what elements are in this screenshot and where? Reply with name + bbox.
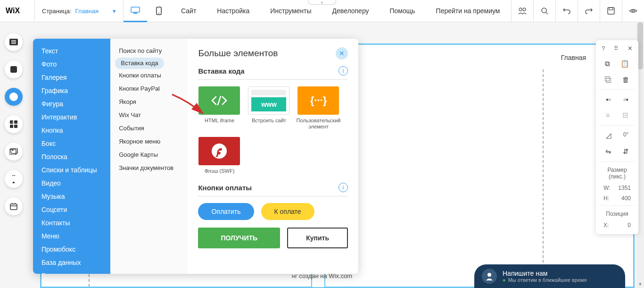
subcategory-item[interactable]: Кнопки PayPal <box>110 82 188 95</box>
paste-icon[interactable]: 📋 <box>620 59 629 68</box>
nav-help[interactable]: Помощь <box>380 0 426 22</box>
blog-rail-icon[interactable] <box>5 170 23 188</box>
size-label: Размер (пикс.) <box>600 164 635 183</box>
apps-rail-icon[interactable]: + <box>5 115 23 133</box>
menu-rail-icon[interactable] <box>5 33 23 51</box>
chat-widget[interactable]: Напишите нам Мы ответим в ближайшее врем… <box>474 264 625 288</box>
mobile-icon[interactable] <box>147 0 171 22</box>
copy-icon[interactable]: ⧉ <box>605 59 610 68</box>
category-item[interactable]: Кнопка <box>33 124 110 137</box>
category-item[interactable]: Фото <box>33 58 110 71</box>
category-item[interactable]: Видео <box>33 177 110 190</box>
category-item[interactable]: Контакты <box>33 216 110 229</box>
top-handle[interactable] <box>308 0 336 5</box>
category-item[interactable]: Промобокс <box>33 243 110 256</box>
nav-premium[interactable]: Перейти на премиум <box>426 0 511 22</box>
tile-html-iframe[interactable]: HTML iframe <box>198 86 240 130</box>
category-item[interactable]: Графика <box>33 84 110 97</box>
category-item[interactable]: Интерактив <box>33 110 110 124</box>
bring-forward-icon[interactable]: ▪▫ <box>606 95 611 103</box>
left-rail: + <box>5 33 23 215</box>
subcategory-item[interactable]: Якорное меню <box>110 135 188 148</box>
subcategory-item[interactable]: Google Карты <box>110 148 188 161</box>
add-panel: ТекстФотоГалереяГрафикаФигураИнтерактивК… <box>33 39 358 274</box>
category-item[interactable]: Бокс <box>33 137 110 150</box>
desktop-icon[interactable] <box>124 0 147 22</box>
category-item[interactable]: Музыка <box>33 190 110 203</box>
subcategory-item[interactable]: Поиск по сайту <box>110 44 188 58</box>
tile-embed-site[interactable]: www Встроить сайт <box>248 86 290 130</box>
nav-site[interactable]: Сайт <box>171 0 206 22</box>
subcategory-item[interactable]: Кнопки оплаты <box>110 69 188 82</box>
subcategory-item[interactable]: События <box>110 122 188 135</box>
info-icon[interactable]: i <box>339 66 348 76</box>
subcategory-item[interactable]: Значки документов <box>110 161 188 175</box>
wix-logo[interactable]: WiX <box>0 0 35 22</box>
subcategory-column: Поиск по сайтуВставка кодаКнопки оплатыК… <box>110 39 188 274</box>
svg-rect-1 <box>131 7 140 12</box>
guide-right <box>543 69 544 287</box>
save-icon[interactable] <box>600 0 622 22</box>
height-value[interactable]: 400 <box>621 195 631 202</box>
send-backward-icon[interactable]: ▫▪ <box>623 95 628 103</box>
category-item[interactable]: Соцсети <box>33 203 110 216</box>
add-rail-icon[interactable] <box>5 88 23 106</box>
category-item[interactable]: Галерея <box>33 71 110 84</box>
category-item[interactable]: База данных <box>33 256 110 269</box>
scroll-down-icon[interactable]: ▼ <box>636 280 644 288</box>
svg-point-7 <box>542 8 546 13</box>
pay-button-white[interactable]: Купить <box>287 228 348 248</box>
site-nav-home[interactable]: Главная <box>561 54 586 61</box>
category-item[interactable]: Списки и таблицы <box>33 163 110 177</box>
panel-title: Больше элементов <box>198 48 278 59</box>
category-item[interactable]: Текст <box>33 44 110 58</box>
page-selector[interactable]: Страница: Главная ▾ <box>35 0 124 22</box>
bookings-rail-icon[interactable] <box>5 197 23 215</box>
pay-button-green[interactable]: ПОЛУЧИТЬ <box>198 228 280 248</box>
undo-icon[interactable] <box>555 0 578 22</box>
category-item[interactable]: Блог <box>33 269 110 274</box>
info-icon[interactable]: i <box>339 183 348 192</box>
align-left-icon[interactable]: ≡ <box>606 111 610 119</box>
svg-rect-9 <box>608 8 614 14</box>
svg-rect-16 <box>10 66 17 73</box>
close-icon[interactable]: ✕ <box>336 47 348 59</box>
close-icon[interactable]: ✕ <box>627 45 633 52</box>
page-label: Страница: <box>42 8 72 15</box>
category-item[interactable]: Меню <box>33 229 110 243</box>
subcategory-item[interactable]: Wix Чат <box>110 109 188 122</box>
align-center-icon[interactable]: ⊟ <box>622 111 628 119</box>
flip-v-icon[interactable]: ⇵ <box>623 147 629 156</box>
category-item[interactable]: Полоска <box>33 150 110 163</box>
background-rail-icon[interactable] <box>5 60 23 78</box>
subcategory-item[interactable]: Вставка кода <box>115 58 164 69</box>
svg-point-5 <box>519 8 522 11</box>
x-value[interactable]: 0 <box>627 222 631 229</box>
rotate-icon[interactable]: ◿ <box>606 131 611 140</box>
duplicate-icon[interactable]: ⿻ <box>605 76 612 84</box>
pay-button-yellow[interactable]: К оплате <box>261 203 314 220</box>
category-item[interactable]: Фигура <box>33 97 110 110</box>
pay-button-blue[interactable]: Оплатить <box>198 203 254 220</box>
width-value[interactable]: 1351 <box>618 185 631 191</box>
flip-h-icon[interactable]: ⇋ <box>605 147 611 156</box>
nav-settings[interactable]: Настройка <box>206 0 260 22</box>
svg-text:+: + <box>12 120 14 123</box>
delete-icon[interactable]: 🗑 <box>622 76 629 84</box>
tile-flash[interactable]: Флэш (SWF) <box>198 137 240 174</box>
rotate-value: 0° <box>623 131 628 140</box>
media-rail-icon[interactable] <box>5 143 23 161</box>
drag-handle-icon[interactable]: ⠿ <box>614 45 619 52</box>
category-column: ТекстФотоГалереяГрафикаФигураИнтерактивК… <box>33 39 110 274</box>
subcategory-item[interactable]: Якоря <box>110 95 188 109</box>
search-icon[interactable] <box>533 0 555 22</box>
collaborate-icon[interactable] <box>511 0 533 22</box>
help-icon[interactable]: ? <box>602 45 605 52</box>
preview-icon[interactable] <box>622 0 644 22</box>
svg-point-4 <box>158 13 159 14</box>
chat-title: Напишите нам <box>503 270 587 277</box>
svg-point-11 <box>632 10 635 12</box>
section-title-embed: Вставка кода <box>198 67 244 75</box>
redo-icon[interactable] <box>578 0 600 22</box>
tile-custom-element[interactable]: {···} Пользовательский элемент <box>297 86 339 130</box>
